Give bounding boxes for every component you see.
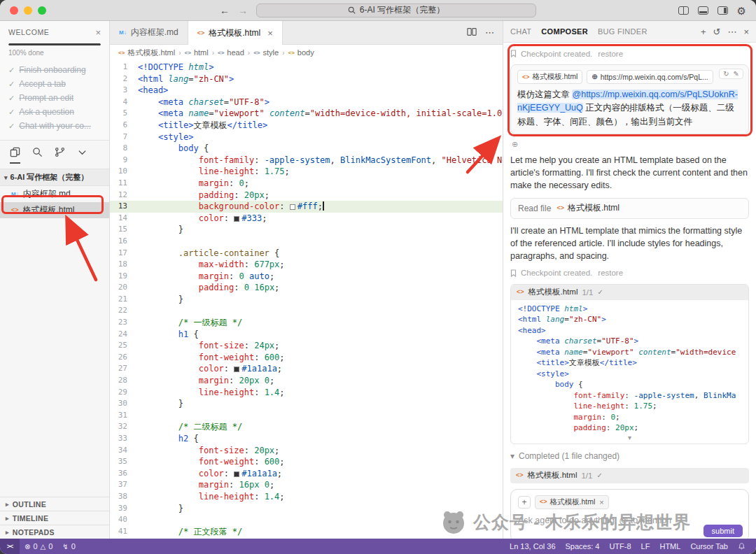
code-line[interactable]: 4 <meta charset="UTF-8"> [110,97,503,108]
close-icon[interactable]: × [95,27,101,38]
history-icon[interactable]: ↺ [713,27,721,37]
status-item[interactable]: UTF-8 [604,539,636,554]
code-line[interactable]: 10 line-height: 1.75; [110,166,503,178]
close-icon[interactable]: × [599,498,603,506]
welcome-task[interactable]: ✓Finish onboarding [8,63,101,77]
code-line[interactable]: 7 <style> [110,132,503,143]
sidebar-section-outline[interactable]: ▸OUTLINE [0,497,109,511]
breadcrumb-item[interactable]: <>style [253,48,279,57]
code-line[interactable]: 1<!DOCTYPE html> [110,62,503,73]
code-line[interactable]: 39 } [110,503,503,515]
panel-tab-chat[interactable]: CHAT [510,27,531,36]
minimize-window-button[interactable] [24,6,32,15]
new-chat-icon[interactable]: + [701,27,706,37]
code-line[interactable]: 11 margin: 0; [110,178,503,190]
breadcrumb-item[interactable]: <>格式模板.html [118,48,175,58]
add-context-button[interactable]: + [518,496,531,509]
sidebar-section-timeline[interactable]: ▸TIMELINE [0,511,109,525]
breadcrumb-item[interactable]: <>html [185,48,209,57]
code-line[interactable]: 15 } [110,224,503,236]
editor-tab[interactable]: <>格式模板.html× [188,21,283,45]
breadcrumb-item[interactable]: <>head [218,48,244,57]
code-line[interactable]: 40 [110,514,503,526]
code-line[interactable]: 34 font-size: 20px; [110,445,503,457]
submit-button[interactable]: submit [704,525,743,537]
checkpoint-restore-button[interactable]: restore [598,50,623,58]
rerun-icon[interactable]: ↻ [723,70,729,78]
code-line[interactable]: 24 h1 { [110,329,503,341]
editor-code-lines[interactable]: 1<!DOCTYPE html>2<html lang="zh-CN">3<he… [110,60,503,539]
code-line[interactable]: 22 [110,305,503,317]
code-line[interactable]: 38 line-height: 1.4; [110,491,503,503]
changed-file-bar[interactable]: <> 格式模板.html 1/1 ✓ [510,468,749,483]
edit-icon[interactable]: ✎ [734,70,739,78]
code-line[interactable]: 12 padding: 20px; [110,190,503,201]
code-line[interactable]: 6 <title>文章模板</title> [110,120,503,132]
code-card-header[interactable]: <> 格式模板.html 1/1 ✓ [511,285,748,300]
status-item[interactable]: Spaces: 4 [561,539,605,554]
code-line[interactable]: 35 font-weight: 600; [110,456,503,468]
code-line[interactable]: 37 margin: 16px 0; [110,479,503,491]
code-line[interactable]: 41 /* 正文段落 */ [110,526,503,538]
status-item[interactable]: HTML [654,539,685,554]
code-line[interactable]: 31 [110,410,503,422]
bolt-indicator[interactable]: ↯ 0 [57,539,80,554]
code-line[interactable]: 18 max-width: 677px; [110,259,503,271]
window-search[interactable]: 6-AI 写作框架（完整） [256,3,536,17]
code-line[interactable]: 36 color: #1a1a1a; [110,468,503,480]
status-item[interactable]: Ln 13, Col 36 [505,539,560,554]
code-line[interactable]: 21 } [110,294,503,306]
composer-input[interactable]: + <> 格式模板.html × Ask agent to do anythin… [510,489,749,539]
code-line[interactable]: 5 <meta name="viewport" content="width=d… [110,108,503,120]
code-line[interactable]: 23 /* 一级标题 */ [110,317,503,329]
forward-button[interactable]: → [238,6,248,15]
welcome-task[interactable]: ✓Chat with your co... [8,119,101,133]
chevron-down-icon[interactable] [77,147,88,162]
expand-code-icon[interactable]: ▾ [511,434,748,443]
more-icon[interactable]: ⋯ [727,27,736,37]
breadcrumb-item[interactable]: <>body [288,48,314,57]
code-line[interactable]: 20 padding: 0 16px; [110,282,503,294]
files-copy-icon[interactable] [10,147,20,164]
more-actions-icon[interactable]: ⋯ [485,27,494,38]
sidebar-section-notepads[interactable]: ▸NOTEPADS [0,525,109,539]
zoom-window-button[interactable] [38,6,46,15]
context-chip[interactable]: <> 格式模板.html × [535,495,609,509]
code-line[interactable]: 3<head> [110,85,503,97]
context-chip[interactable]: ⊕https://mp.weixin.qq.com/s/PqL... [587,70,713,84]
status-item[interactable]: Cursor Tab [685,539,733,554]
welcome-task[interactable]: ✓Accept a tab [8,77,101,91]
settings-gear-icon[interactable]: ⚙ [737,6,746,16]
back-button[interactable]: ← [220,6,230,15]
source-control-branch-icon[interactable] [55,147,65,162]
code-line[interactable]: 29 line-height: 1.4; [110,387,503,399]
split-editor-icon[interactable] [467,27,477,39]
close-panel-icon[interactable]: × [743,27,749,37]
panel-tab-composer[interactable]: COMPOSER [541,27,588,36]
close-icon[interactable]: × [267,28,273,38]
welcome-task[interactable]: ✓Ask a question [8,105,101,119]
code-line[interactable]: 30 } [110,398,503,410]
context-chip[interactable]: <>格式模板.html [517,70,582,84]
code-line[interactable]: 13 background-color: #fff; [110,201,503,213]
code-line[interactable]: 19 margin: 0 auto; [110,271,503,283]
checkpoint-restore-button[interactable]: restore [598,269,623,277]
code-line[interactable]: 26 font-weight: 600; [110,352,503,364]
file-item[interactable]: <>格式模板.html [0,202,109,218]
file-item[interactable]: M↓内容框架.md [0,186,109,202]
code-line[interactable]: 16 [110,236,503,248]
code-line[interactable]: 25 font-size: 24px; [110,340,503,352]
welcome-task[interactable]: ✓Prompt an edit [8,91,101,105]
explorer-project-header[interactable]: ▾ 6-AI 写作框架（完整） [0,169,109,186]
code-line[interactable]: 17 .article-container { [110,248,503,260]
editor-tab[interactable]: M↓内容框架.md [110,21,188,44]
read-file-box[interactable]: Read file <> 格式模板.html [510,198,749,219]
problems-indicator[interactable]: ⊗ 0 △ 0 [20,539,57,554]
layout-columns-icon[interactable] [678,6,689,15]
panel-tab-bug-finder[interactable]: BUG FINDER [598,27,648,36]
code-line[interactable]: 14 color: #333; [110,213,503,225]
code-line[interactable]: 2<html lang="zh-CN"> [110,73,503,85]
status-item[interactable]: LF [636,539,655,554]
code-line[interactable]: 9 font-family: -apple-system, BlinkMacSy… [110,155,503,166]
code-line[interactable]: 33 h2 { [110,433,503,445]
